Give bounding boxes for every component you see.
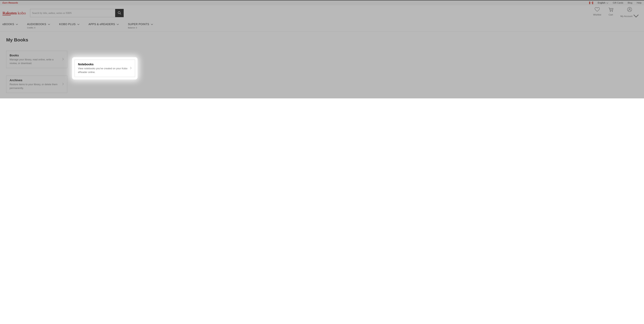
card-notebooks-desc: View notebooks you've created on your Ko…	[78, 67, 128, 74]
header-right: Wishlist Cart My Account	[593, 7, 639, 19]
svg-point-3	[118, 12, 120, 14]
svg-point-6	[612, 11, 613, 12]
nav-super-points[interactable]: SUPER POINTS Balance: 0	[128, 23, 153, 29]
card-notebooks-title: Notebooks	[78, 62, 128, 66]
account-label: My Account	[620, 15, 632, 18]
cart-label: Cart	[608, 14, 613, 16]
search-input[interactable]	[30, 9, 115, 17]
account-button[interactable]: My Account	[620, 7, 639, 19]
language-selector[interactable]: English	[598, 2, 608, 4]
nav-super-points-label: SUPER POINTS	[128, 23, 149, 26]
gift-cards-link[interactable]: Gift Cards	[613, 2, 623, 4]
chevron-down-icon	[151, 23, 153, 26]
cart-icon	[608, 7, 614, 13]
blog-link[interactable]: Blog	[628, 2, 632, 4]
wishlist-label: Wishlist	[593, 14, 601, 16]
card-archives[interactable]: Archives Restore items to your library, …	[6, 76, 67, 93]
svg-rect-2	[592, 2, 593, 4]
top-utility-bar: Earn Rewards English Gift Cards Blog Hel…	[0, 0, 644, 5]
heart-icon	[594, 7, 600, 13]
card-notebooks[interactable]: Notebooks View notebooks you've created …	[74, 60, 135, 77]
main-navigation: eBOOKS AUDIOBOOKS Credits: 0 KOBO PLUS A…	[0, 21, 644, 32]
logo-rakuten-text: Rakuten	[2, 11, 16, 15]
nav-super-points-balance: Balance: 0	[128, 26, 153, 29]
help-link[interactable]: Help	[637, 2, 642, 4]
chevron-down-icon	[16, 23, 18, 26]
chevron-down-icon	[77, 23, 80, 26]
logo-kobo-text: kobo	[18, 11, 26, 15]
earn-rewards-link[interactable]: Earn Rewards	[2, 2, 18, 4]
chevron-right-icon	[130, 67, 132, 70]
wishlist-button[interactable]: Wishlist	[593, 7, 601, 19]
nav-ebooks-label: eBOOKS	[2, 23, 14, 26]
cart-button[interactable]: Cart	[608, 7, 614, 19]
chevron-down-icon	[606, 2, 608, 4]
card-books-desc: Manage your library, read online, write …	[10, 58, 60, 65]
highlight-spotlight: Notebooks View notebooks you've created …	[72, 57, 138, 80]
chevron-down-icon	[117, 23, 119, 26]
chevron-down-icon	[48, 23, 50, 26]
card-archives-body: Archives Restore items to your library, …	[10, 78, 60, 90]
nav-apps-label: APPS & eREADERS	[88, 23, 115, 26]
top-bar-right: English Gift Cards Blog Help	[589, 2, 642, 4]
search-container	[30, 9, 124, 17]
svg-rect-1	[589, 2, 590, 4]
chevron-right-icon	[62, 58, 64, 61]
svg-point-5	[610, 11, 611, 12]
svg-line-4	[120, 14, 121, 14]
account-label-wrap: My Account	[620, 14, 639, 19]
nav-apps-ereaders[interactable]: APPS & eREADERS	[88, 23, 119, 26]
nav-audiobooks-credits: Credits: 0	[27, 26, 50, 29]
card-archives-desc: Restore items to your library, or delete…	[10, 82, 60, 90]
card-books[interactable]: Books Manage your library, read online, …	[6, 51, 67, 68]
search-icon	[118, 11, 121, 15]
chevron-right-icon	[62, 82, 64, 86]
country-flag-canada-icon[interactable]	[589, 2, 593, 4]
user-icon	[627, 7, 632, 13]
language-label: English	[598, 2, 606, 4]
card-books-body: Books Manage your library, read online, …	[10, 54, 60, 65]
nav-kobo-plus-label: KOBO PLUS	[59, 23, 76, 26]
nav-ebooks[interactable]: eBOOKS	[2, 23, 18, 26]
rakuten-kobo-logo[interactable]: Rakuten kobo	[2, 11, 26, 16]
card-notebooks-body: Notebooks View notebooks you've created …	[78, 62, 128, 74]
chevron-down-icon	[633, 14, 639, 19]
card-archives-title: Archives	[10, 78, 60, 82]
nav-audiobooks-label: AUDIOBOOKS	[27, 23, 46, 26]
card-books-title: Books	[10, 54, 60, 57]
search-button[interactable]	[115, 9, 124, 17]
nav-kobo-plus[interactable]: KOBO PLUS	[59, 23, 80, 26]
nav-audiobooks[interactable]: AUDIOBOOKS Credits: 0	[27, 23, 50, 29]
svg-point-11	[629, 8, 630, 10]
page-title: My Books	[6, 37, 638, 42]
main-header: Rakuten kobo Wishlist Cart	[0, 5, 644, 21]
